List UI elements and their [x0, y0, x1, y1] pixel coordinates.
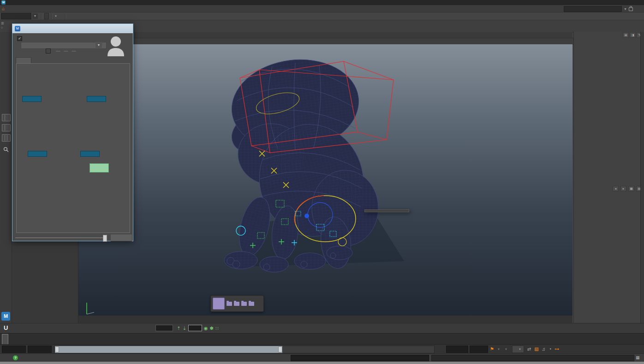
frame-step-field[interactable]: [188, 325, 202, 331]
time-slider[interactable]: [0, 334, 579, 345]
animbot-m-badge[interactable]: M: [1, 312, 10, 321]
arm-ikfk-right-button[interactable]: [87, 96, 106, 102]
range-handle-right[interactable]: [278, 346, 282, 352]
character-selector-checkbox[interactable]: ✓: [17, 36, 22, 41]
leg-ik-tile[interactable]: [213, 298, 225, 310]
symmetry-dropdown[interactable]: [58, 13, 63, 19]
load-button[interactable]: [63, 50, 69, 52]
script-editor-icon[interactable]: ▦: [636, 355, 640, 360]
anim-layer-dropdown[interactable]: ▼: [505, 348, 509, 351]
pose-folder-icon[interactable]: [227, 302, 232, 306]
leg-ikfk-left-button[interactable]: [28, 151, 47, 157]
playback-end-field[interactable]: [446, 346, 468, 353]
mel-command-input[interactable]: [291, 355, 429, 361]
close-icon[interactable]: [123, 24, 133, 33]
audio-icon[interactable]: ♫: [542, 346, 546, 352]
opacity-slider[interactable]: [15, 238, 106, 238]
maya-window: M ⌂ ▼ ▼ ▼ ☰○: [0, 0, 644, 364]
current-frame-marker[interactable]: [2, 334, 8, 345]
maximize-icon[interactable]: [113, 24, 123, 33]
playback-start-field[interactable]: [28, 346, 52, 353]
menu-bar: ⌂ ▼: [0, 5, 644, 12]
minimize-icon[interactable]: [102, 24, 113, 33]
lock-icon[interactable]: [629, 7, 633, 11]
opacity-slider-handle[interactable]: [103, 235, 107, 242]
live-surface-field[interactable]: [44, 13, 49, 19]
pose-folder-icon[interactable]: [234, 302, 239, 306]
title-bar: M: [0, 0, 644, 5]
arm-ikfk-left-button[interactable]: [22, 96, 42, 102]
help-icon: ?: [13, 355, 18, 360]
puppy-character-wireframe: [78, 44, 572, 316]
animbot-toolbar[interactable]: [229, 328, 548, 330]
chevron-down-icon[interactable]: ▼: [624, 7, 627, 11]
auto-opacity-button[interactable]: [110, 234, 132, 241]
status-line-toolbar: ▼ ▼: [0, 12, 644, 20]
pose-folder-icon[interactable]: [241, 302, 247, 306]
workspace-selector: ▼: [562, 6, 633, 12]
anim-picker-window: M ✓ ▼: [12, 24, 133, 241]
pane-layout-four-icon[interactable]: [2, 134, 11, 142]
move-layer-up-icon[interactable]: ◂: [613, 186, 619, 191]
animation-end-field[interactable]: [470, 346, 488, 353]
mgear-logo-icon[interactable]: U: [4, 324, 8, 331]
close-button[interactable]: [633, 0, 644, 5]
help-button[interactable]: [55, 50, 61, 52]
shelf-tab-toggles[interactable]: ☰○: [1, 21, 6, 30]
channel-speed-icon[interactable]: ◨: [630, 32, 636, 38]
picker-canvas[interactable]: [16, 63, 130, 233]
pane-layout-single-icon[interactable]: [2, 114, 11, 121]
leg-ikfk-right-button[interactable]: [80, 151, 100, 157]
grid-dots-icon[interactable]: ∷: [215, 326, 218, 331]
layer-editor-icons: ◂ ▸ ▦ ▧: [613, 186, 642, 191]
script-output-field[interactable]: [431, 355, 634, 361]
animbot-mini-toolbar[interactable]: [210, 295, 264, 312]
character-set-dropdown[interactable]: ▼: [497, 348, 501, 351]
workspace-dropdown[interactable]: [564, 6, 622, 12]
viewport-canvas[interactable]: [78, 44, 572, 316]
power-icon[interactable]: ◉: [204, 326, 208, 331]
animbot-stepper: ⇡ ⇣ ◉ ✽ ∷: [154, 325, 218, 331]
fps-dropdown[interactable]: ▼: [512, 346, 524, 353]
menu-set-dropdown[interactable]: [1, 13, 31, 19]
key-all-button[interactable]: [89, 163, 109, 173]
step-value-field[interactable]: [155, 325, 173, 331]
auto-key-icon[interactable]: ⊶: [555, 346, 559, 352]
maya-app-icon: M: [1, 0, 6, 5]
time-slider-row: [0, 333, 644, 345]
home-icon[interactable]: ⌂: [2, 6, 5, 11]
move-layer-down-icon[interactable]: ▸: [620, 186, 626, 191]
anim-picker-titlebar[interactable]: M: [12, 24, 133, 33]
window-resize-strip: [0, 362, 644, 364]
pane-layout-two-icon[interactable]: [2, 124, 11, 131]
nudge-down-icon[interactable]: ⇣: [182, 326, 186, 331]
animbot-graph-icon[interactable]: ▧: [534, 346, 538, 352]
range-slider-track[interactable]: [54, 346, 435, 353]
range-handle-left[interactable]: [55, 346, 59, 352]
magnifier-icon[interactable]: [1, 146, 10, 155]
new-empty-layer-icon[interactable]: ▦: [628, 186, 634, 191]
pose-folder-icon[interactable]: [249, 302, 254, 306]
bookmark-icon[interactable]: ⚑: [490, 346, 494, 352]
loop-icon[interactable]: ⇄: [527, 346, 531, 352]
sync-namespace-checkbox[interactable]: [46, 48, 51, 54]
namespace-dropdown[interactable]: [21, 42, 107, 49]
tree-icon[interactable]: ✽: [210, 326, 214, 331]
axis-gizmo-icon: [87, 303, 94, 314]
anim-toolbar-row: U ⇡ ⇣ ◉ ✽ ∷: [0, 323, 644, 334]
camera-name-bar: [78, 316, 572, 323]
animation-start-field[interactable]: [2, 346, 26, 353]
channel-mode-icon[interactable]: ▤: [623, 32, 629, 38]
chevron-down-icon[interactable]: ▼: [95, 42, 102, 48]
maximize-button[interactable]: [622, 0, 633, 5]
tab-biped[interactable]: [16, 57, 31, 64]
nudge-up-icon[interactable]: ⇡: [177, 326, 180, 331]
range-slider-row: ⚑ ▼ ▼ ▼ ⇄ ▧ ♫ ◔ ⊶: [0, 344, 644, 354]
range-slider-fill[interactable]: [55, 346, 282, 353]
minimize-button[interactable]: [611, 0, 622, 5]
chevron-down-icon[interactable]: ▼: [32, 13, 38, 19]
avatar: [107, 35, 125, 56]
refresh-button[interactable]: [71, 50, 77, 52]
clock-icon[interactable]: ◔: [549, 346, 551, 352]
channel-box-panel: ▤ ◨ ✎ ◂ ▸ ▦ ▧: [573, 32, 640, 323]
